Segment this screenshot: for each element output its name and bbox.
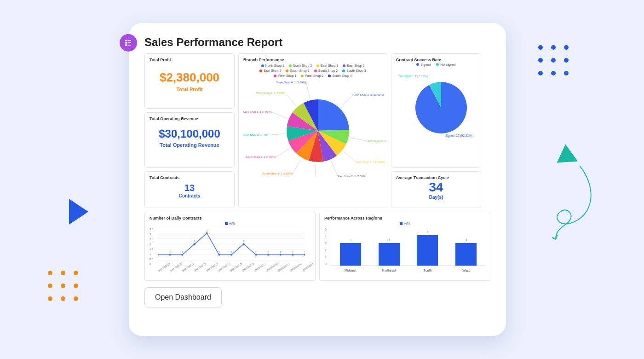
- svg-point-42: [194, 243, 196, 245]
- panel-total-contracts: Total Contracts 13 Contracts: [144, 171, 235, 208]
- panel-title: Total Contracts: [150, 175, 230, 180]
- regions-legend: 分類: [324, 221, 485, 226]
- svg-text:East Shop 2: 1 (7.09%): East Shop 2: 1 (7.09%): [338, 175, 366, 177]
- legend-item: Signed: [420, 63, 431, 66]
- svg-text:1: 1: [255, 251, 257, 254]
- rate-legend: Signed Not signed: [396, 63, 476, 66]
- svg-point-36: [158, 254, 159, 256]
- panel-regions: Performance Across Regions 分類 543210 3Mi…: [319, 212, 490, 281]
- panel-title: Branch Performance: [243, 58, 382, 62]
- daily-legend: 分類: [150, 221, 310, 226]
- svg-text:1: 1: [267, 251, 269, 254]
- svg-point-60: [304, 254, 305, 256]
- svg-text:South Shop 2: 1 (7.09%): South Shop 2: 1 (7.09%): [246, 156, 276, 158]
- regions-bar-chart: 543210 3Midwest3Northeast4South3West: [331, 228, 485, 266]
- revenue-label: Total Operating Revenue: [150, 142, 230, 148]
- svg-text:South Shop 4: 1 (7.09%): South Shop 4: 1 (7.09%): [276, 81, 306, 84]
- decor-dots-blue: [538, 45, 569, 75]
- decor-swirl-arrow: [547, 161, 603, 249]
- svg-line-12: [331, 161, 338, 176]
- svg-text:North Shop 2: 1 (7.09%): North Shop 2: 1 (7.09%): [367, 139, 387, 142]
- legend-item: 分類: [229, 222, 236, 225]
- line-y-axis: 3.532.521.510.50: [150, 228, 153, 266]
- panel-branch-performance: Branch Performance North Shop 1North Sho…: [238, 53, 387, 208]
- svg-point-48: [230, 254, 232, 256]
- svg-text:1: 1: [158, 251, 159, 254]
- panel-success-rate: Contract Success Rate Signed Not signed …: [391, 53, 481, 168]
- panel-total-revenue: Total Operating Revenue $30,100,000 Tota…: [144, 112, 235, 168]
- svg-line-18: [276, 148, 290, 157]
- panel-title: Total Profit: [150, 58, 230, 62]
- rate-notsigned-label: Not signed: 1 (7.69%): [399, 75, 428, 78]
- svg-text:1: 1: [292, 251, 294, 254]
- svg-point-52: [255, 254, 257, 256]
- svg-text:1: 1: [304, 251, 305, 254]
- avg-value: 34: [396, 180, 476, 195]
- app-list-icon: [120, 34, 137, 52]
- svg-line-20: [268, 133, 285, 135]
- svg-text:South Shop 1: 1 (7.09%): South Shop 1: 1 (7.09%): [262, 172, 293, 175]
- contracts-label: Contracts: [150, 193, 230, 198]
- page-title: Sales Performance Report: [144, 36, 282, 49]
- panel-title: Total Operating Revenue: [150, 116, 230, 121]
- branch-pie-chart: North Shop 1: 3 (23.09%)North Shop 2: 1 …: [243, 80, 387, 177]
- panel-title: Average Transaction Cycle: [396, 175, 476, 180]
- svg-line-8: [350, 138, 366, 141]
- line-x-axis: 2022/08/192022/08/202022/08/212022/08/22…: [158, 270, 310, 273]
- svg-point-38: [169, 254, 171, 256]
- daily-line-chart: 1112311211111: [158, 228, 305, 266]
- svg-line-14: [315, 164, 316, 177]
- decor-triangle-blue: [69, 199, 88, 225]
- panel-title: Performance Across Regions: [324, 216, 485, 220]
- svg-line-24: [285, 93, 296, 105]
- svg-text:1: 1: [169, 251, 171, 254]
- revenue-value: $30,100,000: [150, 127, 230, 140]
- legend-item: 分類: [404, 222, 410, 225]
- svg-line-16: [293, 159, 301, 174]
- svg-text:South Shop 3: 1 (7%): South Shop 3: 1 (7%): [243, 133, 268, 136]
- panel-daily-contracts: Number of Daily Contracts 分類 3.532.521.5…: [144, 212, 316, 281]
- svg-text:1: 1: [218, 251, 220, 254]
- svg-text:North Shop 1: 3 (23.09%): North Shop 1: 3 (23.09%): [352, 93, 384, 96]
- svg-point-2: [126, 45, 127, 46]
- svg-point-56: [280, 254, 282, 256]
- branch-legend: North Shop 1North Shop 2East Shop 1East …: [251, 64, 375, 77]
- svg-point-54: [267, 254, 269, 256]
- svg-text:1: 1: [230, 251, 232, 254]
- svg-text:East Shop 1: 1 (7.09%): East Shop 1: 1 (7.09%): [356, 161, 385, 163]
- open-dashboard-button[interactable]: Open Dashboard: [144, 287, 222, 307]
- svg-point-50: [243, 243, 245, 245]
- svg-text:West Shop 1: 1 (7.09%): West Shop 1: 1 (7.09%): [243, 110, 272, 113]
- svg-point-1: [126, 42, 127, 44]
- legend-item: Not signed: [440, 63, 455, 66]
- panel-total-profit: Total Profit $2,380,000 Total Profit: [144, 53, 235, 109]
- profit-value: $2,380,000: [150, 70, 230, 85]
- bar-y-axis: 543210: [325, 228, 327, 266]
- svg-line-22: [272, 112, 287, 118]
- report-card: Sales Performance Report Total Profit $2…: [129, 23, 506, 336]
- svg-text:West Shop 2: 1 (7.09%): West Shop 2: 1 (7.09%): [256, 92, 286, 94]
- svg-line-6: [341, 95, 352, 107]
- svg-text:1: 1: [280, 251, 282, 254]
- contracts-value: 13: [150, 183, 230, 193]
- svg-point-40: [181, 254, 183, 256]
- svg-text:3: 3: [206, 229, 208, 232]
- svg-point-44: [206, 232, 208, 234]
- svg-point-0: [126, 40, 127, 41]
- svg-text:2: 2: [243, 240, 245, 243]
- decor-dots-orange: [48, 271, 78, 301]
- panel-title: Contract Success Rate: [396, 58, 476, 62]
- svg-line-10: [344, 152, 356, 162]
- svg-point-58: [292, 254, 293, 256]
- panel-title: Number of Daily Contracts: [150, 216, 310, 220]
- avg-label: Day(s): [396, 195, 476, 200]
- profit-label: Total Profit: [150, 87, 230, 92]
- svg-point-46: [218, 254, 220, 256]
- svg-line-26: [306, 82, 310, 98]
- rate-signed-label: Signed: 12 (92.31%): [445, 134, 472, 137]
- svg-text:2: 2: [194, 240, 196, 243]
- svg-text:1: 1: [182, 251, 184, 254]
- panel-avg-cycle: Average Transaction Cycle 34 Day(s): [391, 171, 481, 208]
